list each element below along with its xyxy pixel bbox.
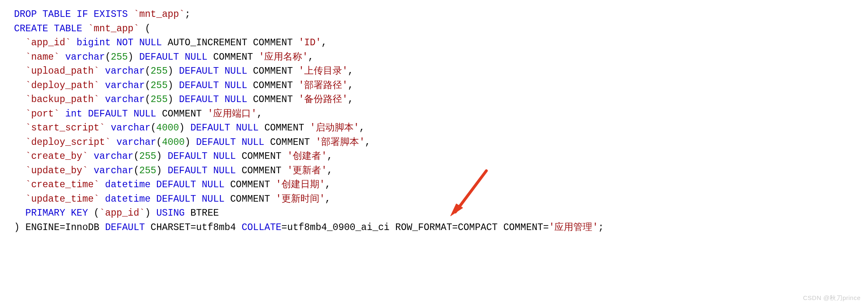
charset-name: utf8mb4 bbox=[196, 222, 236, 233]
col-size: 255 bbox=[150, 80, 167, 91]
col-size: 255 bbox=[139, 151, 156, 162]
col-comment: '备份路径' bbox=[298, 94, 348, 105]
col-name: `backup_path` bbox=[26, 94, 99, 105]
drop-table-name: `mnt_app` bbox=[134, 9, 185, 20]
col-comment: '创建者' bbox=[287, 151, 327, 162]
col-comment: '上传目录' bbox=[298, 66, 348, 77]
pk-open: ( bbox=[94, 208, 99, 219]
col-extra: AUTO_INCREMENT bbox=[168, 37, 247, 48]
kw-comment: COMMENT bbox=[270, 137, 310, 148]
sql-code-block: DROP TABLE IF EXISTS `mnt_app`; CREATE T… bbox=[0, 0, 868, 235]
col-comment: '创建日期' bbox=[276, 179, 325, 190]
kw-default: DEFAULT bbox=[179, 66, 219, 77]
col-type: bigint bbox=[77, 37, 111, 48]
create-table-name: `mnt_app` bbox=[88, 23, 139, 34]
kw-null: NULL bbox=[202, 194, 225, 205]
col-name: `deploy_path` bbox=[26, 80, 99, 91]
kw-comment: COMMENT bbox=[253, 37, 293, 48]
kw-null: NULL bbox=[202, 179, 225, 190]
kw-notnull: NOT NULL bbox=[116, 37, 162, 48]
col-type: varchar bbox=[105, 66, 145, 77]
kw-table: TABLE bbox=[54, 23, 82, 34]
kw-primary: PRIMARY bbox=[26, 208, 66, 219]
kw-default: DEFAULT bbox=[105, 222, 145, 233]
kw-null: NULL bbox=[213, 165, 236, 176]
pk-col: `app_id` bbox=[99, 208, 145, 219]
kw-collate: COLLATE bbox=[242, 222, 282, 233]
kw-default: DEFAULT bbox=[179, 80, 219, 91]
col-name: `create_time` bbox=[26, 179, 99, 190]
col-size: 255 bbox=[139, 165, 156, 176]
kw-using: USING bbox=[156, 208, 185, 219]
kw-default: DEFAULT bbox=[139, 52, 179, 63]
kw-table: TABLE bbox=[42, 9, 71, 20]
kw-create: CREATE bbox=[14, 23, 48, 34]
pk-close: ) bbox=[145, 208, 151, 219]
pk-method: BTREE bbox=[190, 208, 219, 219]
rowformat-name: COMPACT bbox=[458, 222, 498, 233]
col-name: `deploy_script` bbox=[26, 137, 111, 148]
col-type: varchar bbox=[65, 52, 105, 63]
kw-default: DEFAULT bbox=[88, 109, 128, 119]
table-comment: '应用管理' bbox=[549, 222, 598, 233]
col-comment: '更新者' bbox=[287, 165, 327, 176]
col-comment: '部署脚本' bbox=[316, 137, 365, 148]
kw-default: DEFAULT bbox=[168, 151, 208, 162]
col-comment: '启动脚本' bbox=[310, 123, 359, 133]
kw-null: NULL bbox=[185, 52, 207, 63]
col-name: `start_script` bbox=[26, 123, 105, 133]
col-size: 255 bbox=[150, 94, 167, 105]
col-type: varchar bbox=[116, 137, 156, 148]
kw-comment: COMMENT bbox=[230, 194, 270, 205]
collate-name: utf8mb4_0900_ai_ci bbox=[287, 222, 389, 233]
col-name: `update_time` bbox=[26, 194, 99, 205]
kw-rowformat: ROW_FORMAT bbox=[395, 222, 452, 233]
col-comment: '应用名称' bbox=[259, 52, 308, 63]
col-type: varchar bbox=[105, 80, 145, 91]
kw-default: DEFAULT bbox=[156, 179, 196, 190]
kw-engine: ENGINE bbox=[26, 222, 60, 233]
kw-null: NULL bbox=[225, 94, 247, 105]
close-paren: ) bbox=[14, 222, 20, 233]
kw-default: DEFAULT bbox=[190, 123, 230, 133]
kw-comment: COMMENT bbox=[162, 109, 202, 119]
kw-drop: DROP bbox=[14, 9, 37, 20]
col-type: datetime bbox=[105, 194, 150, 205]
col-type: varchar bbox=[94, 165, 134, 176]
col-type: varchar bbox=[111, 123, 151, 133]
col-size: 4000 bbox=[162, 137, 185, 148]
col-name: `update_by` bbox=[26, 165, 88, 176]
col-comment: 'ID' bbox=[298, 37, 321, 48]
col-name: `upload_path` bbox=[26, 66, 99, 77]
kw-null: NULL bbox=[213, 151, 236, 162]
kw-exists: EXISTS bbox=[94, 9, 128, 20]
kw-charset: CHARSET bbox=[150, 222, 190, 233]
col-size: 255 bbox=[150, 66, 167, 77]
kw-comment: COMMENT bbox=[264, 123, 304, 133]
col-comment: '应用端口' bbox=[207, 109, 257, 119]
watermark-text: CSDN @秋刀prince bbox=[803, 294, 861, 302]
open-paren: ( bbox=[145, 23, 151, 34]
col-size: 255 bbox=[111, 52, 128, 63]
kw-null: NULL bbox=[225, 80, 247, 91]
kw-key: KEY bbox=[71, 208, 88, 219]
kw-comment: COMMENT bbox=[253, 94, 293, 105]
col-comment: '更新时间' bbox=[276, 194, 325, 205]
col-name: `app_id` bbox=[26, 37, 71, 48]
kw-null: NULL bbox=[236, 123, 258, 133]
kw-comment: COMMENT bbox=[242, 165, 282, 176]
kw-comment: COMMENT bbox=[253, 66, 293, 77]
kw-null: NULL bbox=[242, 137, 264, 148]
col-type: datetime bbox=[105, 179, 150, 190]
kw-comment: COMMENT bbox=[242, 151, 282, 162]
kw-default: DEFAULT bbox=[196, 137, 236, 148]
kw-if: IF bbox=[77, 9, 88, 20]
col-name: `create_by` bbox=[26, 151, 88, 162]
col-name: `name` bbox=[26, 52, 60, 63]
kw-comment: COMMENT bbox=[253, 80, 293, 91]
col-type: varchar bbox=[94, 151, 134, 162]
kw-comment: COMMENT bbox=[213, 52, 253, 63]
kw-default: DEFAULT bbox=[168, 165, 208, 176]
col-comment: '部署路径' bbox=[298, 80, 348, 91]
kw-comment: COMMENT bbox=[503, 222, 543, 233]
